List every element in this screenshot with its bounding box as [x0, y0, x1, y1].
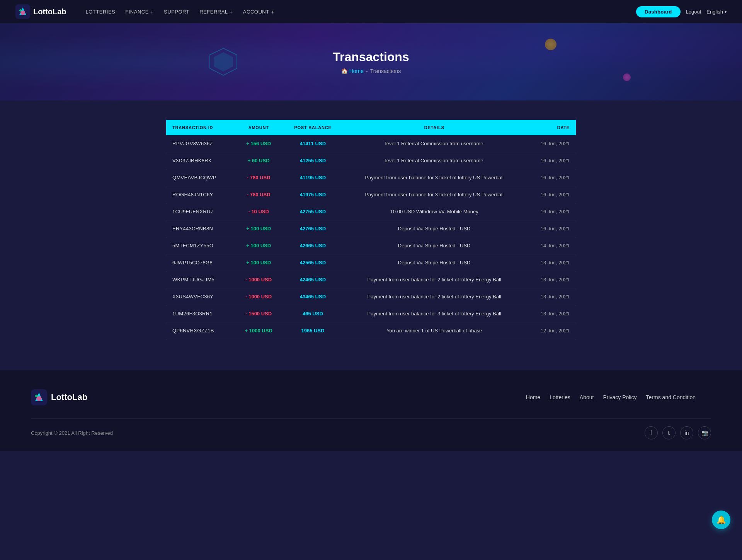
cell-date: 16 Jun, 2021: [526, 186, 576, 203]
twitter-icon[interactable]: 𝕥: [662, 426, 676, 439]
cell-post-balance: 41975 USD: [283, 186, 343, 203]
cell-details: You are winner 1 of US Powerball of phas…: [343, 322, 526, 339]
cell-details: Payment from user balance for 3 ticket o…: [343, 169, 526, 186]
cell-post-balance: 1965 USD: [283, 322, 343, 339]
cell-post-balance: 41195 USD: [283, 169, 343, 186]
cell-date: 13 Jun, 2021: [526, 254, 576, 271]
footer-logo: LottoLab: [31, 389, 87, 405]
cell-tx-id: 1CU9FUFNXRUZ: [166, 203, 235, 220]
cell-amount: - 780 USD: [235, 186, 283, 203]
cell-post-balance: 42465 USD: [283, 271, 343, 288]
hero-coin2: [623, 73, 631, 81]
breadcrumb-separator: -: [366, 68, 368, 74]
breadcrumb: 🏠 Home - Transactions: [341, 68, 401, 74]
copyright-text: Copyright © 2021 All Right Reserved: [31, 430, 113, 436]
cell-details: 10.00 USD Withdraw Via Mobile Money: [343, 203, 526, 220]
nav-logo-icon: [15, 4, 30, 19]
hero-coin1: [545, 39, 556, 50]
cell-tx-id: ERY443CRNB8N: [166, 220, 235, 237]
cell-date: 12 Jun, 2021: [526, 322, 576, 339]
cell-amount: + 1000 USD: [235, 322, 283, 339]
footer-link-terms[interactable]: Terms and Condition: [646, 394, 696, 400]
cell-post-balance: 41255 USD: [283, 152, 343, 169]
col-header-transaction-id: TRANSACTION ID: [166, 120, 235, 135]
cell-details: level 1 Referral Commission from usernam…: [343, 152, 526, 169]
nav-links: LOTTERIES FINANCE + SUPPORT REFERRAL + A…: [82, 6, 636, 17]
table-row: 6JWP15CO78G8 + 100 USD 42565 USD Deposit…: [166, 254, 576, 271]
cell-tx-id: ROGH48JN1C6Y: [166, 186, 235, 203]
cell-amount: - 780 USD: [235, 169, 283, 186]
linkedin-icon[interactable]: in: [680, 426, 693, 439]
cell-tx-id: QMVEAVBJCQWP: [166, 169, 235, 186]
table-row: QMVEAVBJCQWP - 780 USD 41195 USD Payment…: [166, 169, 576, 186]
social-links: f 𝕥 in 📷: [645, 426, 711, 439]
footer-link-lotteries[interactable]: Lotteries: [550, 394, 570, 400]
instagram-icon[interactable]: 📷: [698, 426, 711, 439]
table-row: ROGH48JN1C6Y - 780 USD 41975 USD Payment…: [166, 186, 576, 203]
footer-link-privacy[interactable]: Privacy Policy: [603, 394, 636, 400]
table-row: X3US4WVFC36Y - 1000 USD 43465 USD Paymen…: [166, 288, 576, 305]
page-title: Transactions: [333, 50, 409, 64]
hero-section: Transactions 🏠 Home - Transactions: [0, 23, 742, 100]
cell-tx-id: QP6NVHXGZZ1B: [166, 322, 235, 339]
cell-date: 16 Jun, 2021: [526, 152, 576, 169]
bell-icon: 🔔: [716, 515, 726, 524]
footer-link-about[interactable]: About: [580, 394, 594, 400]
footer: LottoLab Home Lotteries About Privacy Po…: [0, 370, 742, 451]
home-icon: 🏠: [341, 68, 348, 74]
facebook-icon[interactable]: f: [645, 426, 658, 439]
nav-link-finance[interactable]: FINANCE +: [121, 6, 158, 17]
nav-link-referral[interactable]: REFERRAL +: [196, 6, 237, 17]
cell-post-balance: 41411 USD: [283, 135, 343, 152]
cell-date: 14 Jun, 2021: [526, 237, 576, 254]
cell-tx-id: 5MTFCM1ZY55O: [166, 237, 235, 254]
table-row: ERY443CRNB8N + 100 USD 42765 USD Deposit…: [166, 220, 576, 237]
nav-link-account[interactable]: ACCOUNT +: [239, 6, 278, 17]
cell-date: 13 Jun, 2021: [526, 288, 576, 305]
table-row: 1UM26F3O3RR1 - 1500 USD 465 USD Payment …: [166, 305, 576, 322]
nav-logo[interactable]: LottoLab: [15, 4, 66, 19]
svg-marker-4: [210, 48, 237, 75]
language-selector[interactable]: English ▾: [706, 9, 727, 15]
hero-hex-shape: [208, 46, 239, 77]
footer-link-home[interactable]: Home: [526, 394, 540, 400]
cell-date: 16 Jun, 2021: [526, 135, 576, 152]
nav-link-lotteries[interactable]: LOTTERIES: [82, 7, 119, 17]
cell-amount: - 1500 USD: [235, 305, 283, 322]
cell-post-balance: 42565 USD: [283, 254, 343, 271]
cell-details: level 1 Referral Commission from usernam…: [343, 135, 526, 152]
main-content: TRANSACTION ID AMOUNT POST BALANCE DETAI…: [158, 120, 584, 339]
cell-amount: + 156 USD: [235, 135, 283, 152]
footer-bottom: Copyright © 2021 All Right Reserved f 𝕥 …: [31, 419, 711, 439]
cell-details: Payment from user balance for 2 ticket o…: [343, 271, 526, 288]
dashboard-button[interactable]: Dashboard: [636, 6, 681, 17]
cell-post-balance: 42765 USD: [283, 220, 343, 237]
nav-right: Dashboard Logout English ▾: [636, 6, 727, 17]
nav-link-support[interactable]: SUPPORT: [160, 7, 193, 17]
cell-post-balance: 42755 USD: [283, 203, 343, 220]
table-row: 5MTFCM1ZY55O + 100 USD 42665 USD Deposit…: [166, 237, 576, 254]
transaction-table: TRANSACTION ID AMOUNT POST BALANCE DETAI…: [166, 120, 576, 339]
breadcrumb-home-link[interactable]: 🏠 Home: [341, 68, 364, 74]
language-label: English: [706, 9, 723, 15]
cell-tx-id: WKPMTJUGJJM5: [166, 271, 235, 288]
cell-date: 13 Jun, 2021: [526, 305, 576, 322]
cell-amount: + 100 USD: [235, 237, 283, 254]
cell-tx-id: RPVJGV8W636Z: [166, 135, 235, 152]
navbar: LottoLab LOTTERIES FINANCE + SUPPORT REF…: [0, 0, 742, 23]
footer-top: LottoLab Home Lotteries About Privacy Po…: [31, 386, 711, 419]
footer-nav: Home Lotteries About Privacy Policy Term…: [511, 386, 711, 409]
svg-point-9: [35, 395, 38, 397]
logout-link[interactable]: Logout: [686, 9, 701, 15]
cell-tx-id: X3US4WVFC36Y: [166, 288, 235, 305]
cell-amount: + 100 USD: [235, 220, 283, 237]
cell-tx-id: 1UM26F3O3RR1: [166, 305, 235, 322]
floating-notification-button[interactable]: 🔔: [712, 511, 730, 529]
svg-point-3: [19, 9, 22, 12]
cell-details: Deposit Via Stripe Hosted - USD: [343, 254, 526, 271]
cell-details: Payment from user balance for 3 ticket o…: [343, 305, 526, 322]
nav-logo-text: LottoLab: [33, 7, 66, 16]
cell-date: 13 Jun, 2021: [526, 271, 576, 288]
table-body: RPVJGV8W636Z + 156 USD 41411 USD level 1…: [166, 135, 576, 339]
table-row: 1CU9FUFNXRUZ - 10 USD 42755 USD 10.00 US…: [166, 203, 576, 220]
